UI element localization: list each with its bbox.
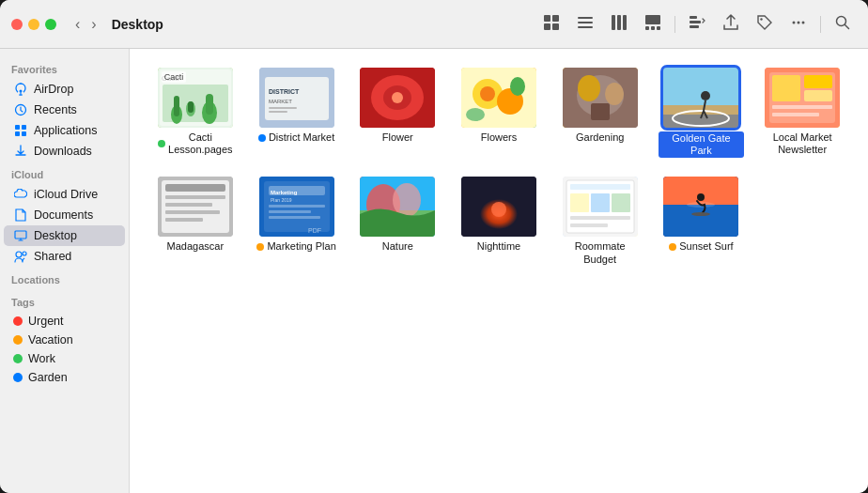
- svg-text:Cacti: Cacti: [162, 74, 178, 83]
- svg-rect-5: [578, 22, 593, 23]
- sidebar-item-recents[interactable]: Recents: [4, 100, 125, 120]
- file-name-district: District Market: [269, 131, 334, 144]
- divider2: [820, 16, 821, 33]
- sidebar-item-applications[interactable]: Applications: [4, 120, 125, 141]
- svg-rect-102: [570, 184, 630, 190]
- tag-button[interactable]: [751, 10, 779, 39]
- file-name-row-district: District Market: [258, 131, 334, 144]
- file-name-flowers: Flowers: [481, 131, 518, 144]
- sidebar-item-documents[interactable]: Documents: [4, 205, 125, 225]
- file-item-madagascar[interactable]: Madagascar: [148, 173, 242, 256]
- svg-text:DISTRICT: DISTRICT: [269, 88, 300, 95]
- svg-rect-104: [591, 193, 610, 212]
- share-button[interactable]: [717, 10, 745, 39]
- sidebar-item-downloads[interactable]: Downloads: [4, 141, 125, 162]
- svg-rect-2: [544, 23, 550, 30]
- file-thumbnail-marketing-plan: Marketing Plan 2019 PDF: [259, 177, 334, 237]
- file-thumbnail-gardening: [563, 68, 638, 128]
- file-item-nighttime[interactable]: Nighttime: [452, 173, 546, 256]
- minimize-button[interactable]: [28, 19, 39, 30]
- groupby-button[interactable]: [683, 10, 711, 39]
- airdrop-icon: [13, 82, 28, 97]
- svg-rect-76: [772, 113, 819, 116]
- tags-label: Tags: [0, 289, 129, 312]
- traffic-lights: [11, 19, 56, 30]
- sidebar-item-icloud-drive[interactable]: iCloud Drive: [4, 184, 125, 205]
- file-item-golden-gate-park[interactable]: Golden Gate Park: [655, 64, 749, 162]
- svg-rect-82: [165, 210, 220, 214]
- sidebar-item-vacation[interactable]: Vacation: [4, 331, 125, 349]
- svg-point-29: [16, 252, 22, 257]
- file-item-local-market-newsletter[interactable]: Local MarketNewsletter: [755, 64, 849, 160]
- svg-rect-1: [552, 15, 559, 22]
- sidebar-item-airdrop[interactable]: AirDrop: [4, 79, 125, 100]
- svg-point-20: [802, 21, 805, 23]
- close-button[interactable]: [11, 19, 23, 30]
- file-thumbnail-district-market: DISTRICT MARKET: [259, 68, 334, 128]
- icloud-drive-label: iCloud Drive: [34, 188, 98, 201]
- svg-rect-14: [690, 16, 697, 19]
- svg-point-53: [480, 86, 495, 101]
- content-area[interactable]: Cacti CactiLesson.pages: [130, 49, 868, 493]
- list-view-button[interactable]: [571, 10, 599, 39]
- maximize-button[interactable]: [45, 19, 56, 30]
- shared-icon: [13, 249, 28, 264]
- recents-icon: [13, 102, 28, 117]
- file-item-roommate-budget[interactable]: RoommateBudget: [553, 173, 647, 269]
- file-item-nature[interactable]: Nature: [350, 173, 444, 256]
- forward-button[interactable]: ›: [87, 14, 100, 35]
- file-item-flower[interactable]: Flower: [350, 64, 444, 147]
- sidebar-item-desktop[interactable]: Desktop: [4, 225, 125, 246]
- back-button[interactable]: ‹: [71, 14, 84, 35]
- gallery-view-button[interactable]: [639, 10, 667, 39]
- desktop-label: Desktop: [34, 229, 77, 242]
- file-name-marketing-plan: Marketing Plan: [267, 240, 335, 253]
- file-item-flowers[interactable]: Flowers: [452, 64, 546, 147]
- svg-rect-6: [578, 26, 593, 28]
- file-item-gardening[interactable]: Gardening: [553, 64, 647, 147]
- sidebar-item-shared[interactable]: Shared: [4, 246, 125, 267]
- svg-rect-81: [165, 203, 212, 207]
- svg-text:Plan 2019: Plan 2019: [271, 197, 292, 203]
- toolbar-right: [537, 10, 857, 39]
- file-thumbnail-golden-gate-park: [663, 68, 738, 128]
- file-name-nature: Nature: [382, 240, 413, 253]
- file-item-marketing-plan[interactable]: Marketing Plan 2019 PDF Marketing Plan: [250, 173, 344, 256]
- file-item-district-market[interactable]: DISTRICT MARKET District Market: [250, 64, 344, 147]
- search-button[interactable]: [829, 10, 857, 39]
- file-name-row-sunset: Sunset Surf: [669, 240, 733, 253]
- svg-rect-3: [552, 23, 559, 30]
- file-name-sunset-surf: Sunset Surf: [679, 240, 733, 253]
- applications-icon: [13, 123, 28, 138]
- icon-grid-button[interactable]: [537, 10, 566, 39]
- column-view-button[interactable]: [605, 10, 633, 39]
- sidebar-item-urgent[interactable]: Urgent: [4, 312, 125, 331]
- urgent-label: Urgent: [28, 315, 64, 328]
- file-thumbnail-flowers: [461, 68, 536, 128]
- svg-point-59: [578, 75, 600, 101]
- svg-text:MARKET: MARKET: [269, 99, 292, 104]
- svg-rect-106: [570, 216, 630, 220]
- file-name-madagascar: Madagascar: [167, 240, 225, 253]
- svg-rect-105: [612, 193, 630, 212]
- svg-rect-36: [174, 96, 179, 116]
- file-thumbnail-madagascar: [158, 177, 233, 237]
- svg-rect-27: [22, 131, 26, 136]
- more-button[interactable]: [784, 10, 813, 39]
- marketing-status-dot: [256, 243, 264, 251]
- file-name-row-marketing: Marketing Plan: [256, 240, 335, 253]
- sidebar-item-work[interactable]: Work: [4, 349, 125, 368]
- file-item-cacti[interactable]: Cacti CactiLesson.pages: [148, 64, 242, 160]
- svg-point-50: [392, 92, 403, 103]
- recents-label: Recents: [34, 103, 77, 116]
- sidebar-item-garden[interactable]: Garden: [4, 368, 125, 387]
- file-name-gardening: Gardening: [576, 131, 624, 144]
- svg-point-112: [697, 193, 705, 201]
- svg-point-55: [510, 77, 525, 96]
- svg-rect-107: [570, 223, 608, 227]
- svg-rect-73: [804, 75, 832, 88]
- svg-rect-40: [206, 94, 213, 115]
- file-item-sunset-surf[interactable]: Sunset Surf: [655, 173, 749, 256]
- file-thumbnail-roommate-budget: [563, 177, 638, 237]
- file-name-local-market-newsletter: Local MarketNewsletter: [773, 131, 832, 156]
